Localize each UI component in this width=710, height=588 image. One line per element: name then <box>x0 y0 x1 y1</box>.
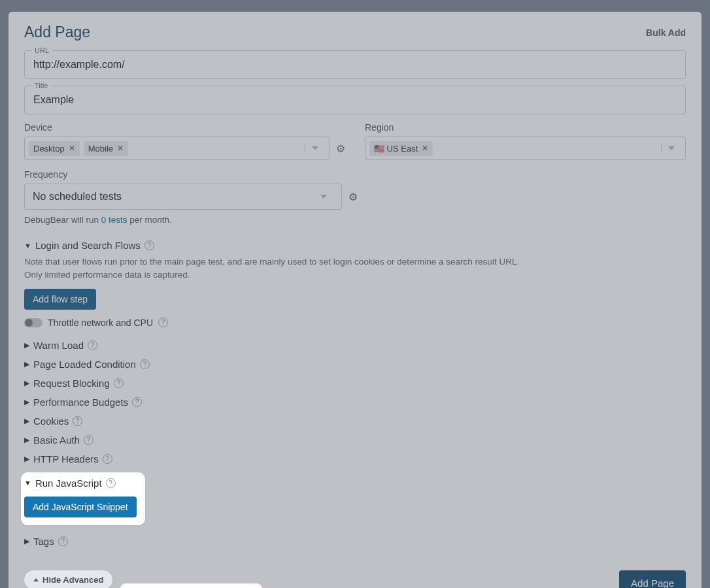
http-headers-toggle[interactable]: ▶ HTTP Headers ? <box>24 449 686 468</box>
add-flow-step-button[interactable]: Add flow step <box>24 289 96 310</box>
help-icon[interactable]: ? <box>144 240 154 250</box>
chip-remove-icon[interactable]: ✕ <box>117 144 124 153</box>
help-icon[interactable]: ? <box>158 318 168 327</box>
flows-section-toggle[interactable]: ▼ Login and Search Flows ? <box>24 237 686 254</box>
frequency-value: No scheduled tests <box>33 191 122 203</box>
dropdown-caret[interactable] <box>661 144 681 153</box>
chip-remove-icon[interactable]: ✕ <box>422 144 428 153</box>
device-chip-mobile[interactable]: Mobile ✕ <box>84 141 128 156</box>
url-label: URL <box>32 46 52 54</box>
help-icon[interactable]: ? <box>140 359 150 369</box>
add-page-modal: Add Page Bulk Add URL Title Device <box>8 12 702 588</box>
triangle-right-icon: ▶ <box>24 341 29 350</box>
triangle-right-icon: ▶ <box>24 537 29 546</box>
triangle-down-icon: ▼ <box>24 242 31 250</box>
pill-label: Hide Advanced <box>42 575 103 585</box>
run-javascript-section: ▼ Run JavaScript ? Add JavaScript Snippe… <box>21 472 145 525</box>
section-label: HTTP Headers <box>33 453 99 465</box>
triangle-right-icon: ▶ <box>24 417 29 425</box>
device-settings-gear-icon[interactable]: ⚙ <box>336 142 345 155</box>
flows-note: Note that user flows run prior to the ma… <box>24 255 686 282</box>
triangle-right-icon: ▶ <box>24 398 29 406</box>
url-input[interactable] <box>24 50 686 79</box>
run-javascript-toggle[interactable]: ▼ Run JavaScript ? <box>24 478 139 493</box>
callout-1: 1. Toggle “Show Advanced” <box>120 583 710 589</box>
help-icon[interactable]: ? <box>84 435 93 445</box>
help-icon[interactable]: ? <box>103 454 112 464</box>
section-label: Basic Auth <box>33 434 80 446</box>
title-input[interactable] <box>24 86 686 114</box>
chip-label: Desktop <box>33 144 65 154</box>
section-label: Performance Budgets <box>33 397 128 408</box>
triangle-right-icon: ▶ <box>24 455 29 463</box>
perf-budgets-toggle[interactable]: ▶ Performance Budgets ? <box>24 393 686 412</box>
tests-count: 0 tests <box>101 215 127 225</box>
chip-label: 🇺🇸 US East <box>374 144 418 154</box>
throttle-label: Throttle network and CPU <box>48 318 153 328</box>
chevron-up-icon <box>33 578 39 581</box>
tags-toggle[interactable]: ▶ Tags ? <box>24 532 686 551</box>
frequency-settings-gear-icon[interactable]: ⚙ <box>348 191 358 203</box>
callout-text: 1. Toggle “Show Advanced” <box>120 583 263 589</box>
triangle-right-icon: ▶ <box>24 379 29 387</box>
hide-advanced-toggle[interactable]: Hide Advanced <box>24 570 112 589</box>
help-icon[interactable]: ? <box>114 378 124 388</box>
device-label: Device <box>24 122 345 133</box>
title-label: Title <box>32 82 50 90</box>
help-icon[interactable]: ? <box>106 478 116 488</box>
tests-hint: DebugBear will run 0 tests per month. <box>24 215 686 225</box>
throttle-toggle[interactable] <box>24 318 42 327</box>
frequency-label: Frequency <box>24 169 358 180</box>
page-title: Add Page <box>24 24 90 41</box>
region-select[interactable]: 🇺🇸 US East ✕ <box>365 137 686 160</box>
section-label: Tags <box>33 536 54 547</box>
region-label: Region <box>365 122 686 133</box>
bulk-add-link[interactable]: Bulk Add <box>646 27 686 38</box>
frequency-select[interactable]: No scheduled tests <box>24 184 342 210</box>
basic-auth-toggle[interactable]: ▶ Basic Auth ? <box>24 431 686 449</box>
add-javascript-snippet-button[interactable]: Add JavaScript Snippet <box>24 497 137 517</box>
device-select[interactable]: Desktop ✕ Mobile ✕ <box>24 137 330 160</box>
request-blocking-toggle[interactable]: ▶ Request Blocking ? <box>24 374 686 393</box>
page-loaded-toggle[interactable]: ▶ Page Loaded Condition ? <box>24 355 686 374</box>
chevron-down-icon <box>312 146 318 150</box>
warm-load-toggle[interactable]: ▶ Warm Load ? <box>24 336 686 355</box>
flows-title: Login and Search Flows <box>35 240 141 251</box>
section-label: Cookies <box>33 416 69 427</box>
help-icon[interactable]: ? <box>88 340 97 350</box>
chevron-down-icon <box>320 195 327 199</box>
help-icon[interactable]: ? <box>73 416 82 426</box>
chip-label: Mobile <box>88 144 113 154</box>
section-label: Request Blocking <box>33 378 110 389</box>
triangle-right-icon: ▶ <box>24 360 29 368</box>
section-label: Page Loaded Condition <box>33 359 136 370</box>
dropdown-caret[interactable] <box>305 144 325 153</box>
triangle-right-icon: ▶ <box>24 436 29 444</box>
chevron-down-icon <box>668 146 675 150</box>
device-chip-desktop[interactable]: Desktop ✕ <box>29 141 80 156</box>
triangle-down-icon: ▼ <box>24 479 31 487</box>
region-chip-useast[interactable]: 🇺🇸 US East ✕ <box>369 141 433 156</box>
cookies-toggle[interactable]: ▶ Cookies ? <box>24 412 686 431</box>
help-icon[interactable]: ? <box>58 536 68 546</box>
chip-remove-icon[interactable]: ✕ <box>69 144 75 153</box>
help-icon[interactable]: ? <box>132 397 142 407</box>
section-label: Warm Load <box>33 340 84 351</box>
section-label: Run JavaScript <box>35 478 102 489</box>
dropdown-caret[interactable] <box>314 192 333 201</box>
